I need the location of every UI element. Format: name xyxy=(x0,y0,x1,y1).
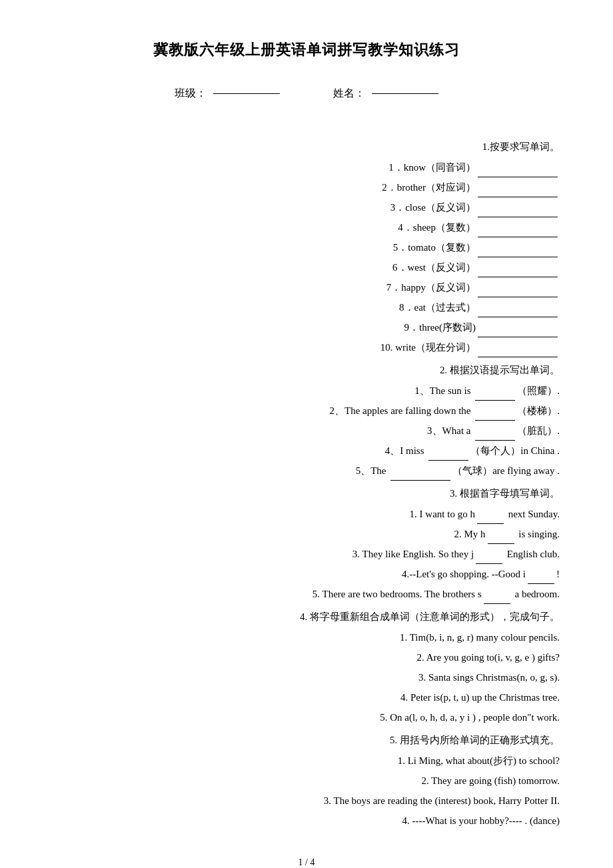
class-field: 班级： xyxy=(175,87,280,101)
section2-header: 2. 根据汉语提示写出单词。 xyxy=(53,364,560,377)
section1-content: 1．know（同音词） 2．brother（对应词） 3．close（反义词） … xyxy=(53,157,560,357)
list-item: 7．happy（反义词） xyxy=(53,277,560,297)
list-item: 5. On a(l, o, h, d, a, y i ) , people do… xyxy=(53,707,560,727)
section5: 5. 用括号内所给单词的正确形式填充。 1. Li Ming, what abo… xyxy=(53,734,560,831)
list-item: 3. The boys are reading the (interest) b… xyxy=(53,791,560,811)
list-item: 4、I miss （每个人）in China . xyxy=(53,441,560,461)
list-item: 3. Santa sings Christmas(n, o, g, s). xyxy=(53,667,560,687)
list-item: 2．brother（对应词） xyxy=(53,177,560,197)
list-item: 3．close（反义词） xyxy=(53,197,560,217)
list-item: 4.--Let's go shopping. --Good i! xyxy=(53,564,560,584)
list-item: 5．tomato（复数） xyxy=(53,237,560,257)
section3: 3. 根据首字母填写单词。 1. I want to go h next Sun… xyxy=(53,487,560,604)
list-item: 2、The apples are falling down the （楼梯）. xyxy=(53,401,560,421)
class-underline xyxy=(213,93,280,94)
list-item: 1. I want to go h next Sunday. xyxy=(53,504,560,524)
list-item: 2. They are going (fish) tomorrow. xyxy=(53,771,560,791)
list-item: 1. Li Ming, what about(步行) to school? xyxy=(53,751,560,771)
page-number: 1 / 4 xyxy=(53,857,560,868)
answer-blank[interactable] xyxy=(478,357,558,357)
name-label: 姓名： xyxy=(333,87,365,101)
section4: 4. 将字母重新组合成单词（注意单词的形式），完成句子。 1. Tim(b, i… xyxy=(53,611,560,727)
section4-content: 1. Tim(b, i, n, g, r) many colour pencil… xyxy=(53,627,560,727)
list-item: 9．three(序数词) xyxy=(53,317,560,337)
answer-blank[interactable] xyxy=(484,603,510,604)
section3-header: 3. 根据首字母填写单词。 xyxy=(53,487,560,500)
section5-content: 1. Li Ming, what about(步行) to school? 2.… xyxy=(53,751,560,831)
list-item: 2. My h is singing. xyxy=(53,524,560,544)
section3-content: 1. I want to go h next Sunday. 2. My h i… xyxy=(53,504,560,604)
list-item: 4. Peter is(p, t, u) up the Christmas tr… xyxy=(53,687,560,707)
list-item: 10. write（现在分词） xyxy=(53,337,560,357)
class-name-row: 班级： 姓名： xyxy=(53,87,560,101)
list-item: 5、The （气球）are flying away . xyxy=(53,461,560,481)
section1: 1.按要求写单词。 1．know（同音词） 2．brother（对应词） 3．c… xyxy=(53,141,560,357)
list-item: 6．west（反义词） xyxy=(53,257,560,277)
list-item: 5. There are two bedrooms. The brothers … xyxy=(53,584,560,604)
section1-header: 1.按要求写单词。 xyxy=(53,141,560,153)
list-item: 2. Are you going to(i, v, g, e ) gifts? xyxy=(53,647,560,667)
list-item: 4. ----What is your hobby?---- . (dance) xyxy=(53,811,560,831)
list-item: 1．know（同音词） xyxy=(53,157,560,177)
list-item: 1. Tim(b, i, n, g, r) many colour pencil… xyxy=(53,627,560,647)
list-item: 3. They like English. So they j English … xyxy=(53,544,560,564)
section2: 2. 根据汉语提示写出单词。 1、The sun is （照耀）. 2、The … xyxy=(53,364,560,481)
list-item: 1、The sun is （照耀）. xyxy=(53,381,560,401)
section4-header: 4. 将字母重新组合成单词（注意单词的形式），完成句子。 xyxy=(53,611,560,623)
list-item: 4．sheep（复数） xyxy=(53,217,560,237)
list-item: 3、What a （脏乱）. xyxy=(53,421,560,441)
class-label: 班级： xyxy=(175,87,207,101)
answer-blank[interactable] xyxy=(390,480,450,481)
name-field: 姓名： xyxy=(333,87,438,101)
list-item: 8．eat（过去式） xyxy=(53,297,560,317)
name-underline xyxy=(372,93,438,94)
section2-content: 1、The sun is （照耀）. 2、The apples are fall… xyxy=(53,381,560,481)
section5-header: 5. 用括号内所给单词的正确形式填充。 xyxy=(53,734,560,747)
page-title: 冀教版六年级上册英语单词拼写教学知识练习 xyxy=(53,40,560,60)
